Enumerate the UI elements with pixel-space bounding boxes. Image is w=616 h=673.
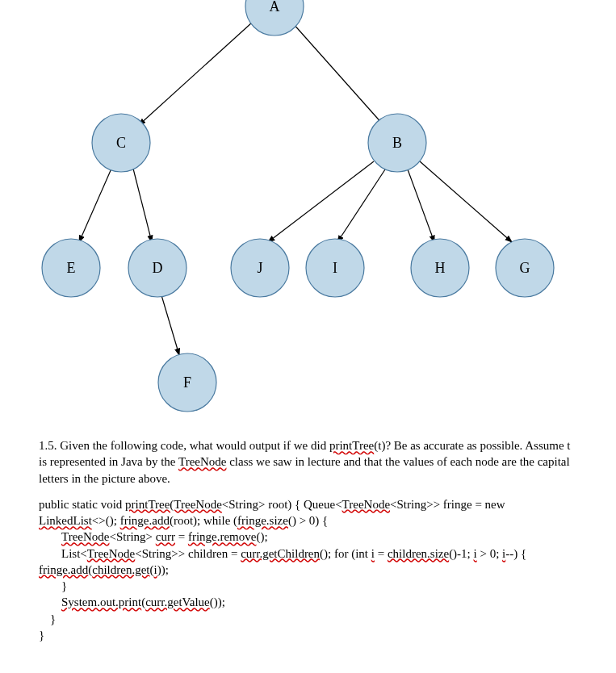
node-H: H [411,239,469,297]
question-1-5: 1.5. Given the following code, what woul… [39,437,577,487]
svg-line-5 [337,169,385,242]
svg-text:A: A [270,0,280,15]
svg-text:J: J [257,260,262,276]
svg-line-7 [420,161,512,242]
squiggle-printTree: printTree [329,439,374,452]
svg-text:B: B [392,135,402,151]
svg-line-8 [161,295,179,355]
svg-text:G: G [520,260,530,276]
node-G: G [496,239,554,297]
tree-diagram: A C B E D J I H G F [0,0,616,428]
svg-line-1 [292,23,383,125]
svg-line-2 [79,169,111,242]
svg-text:H: H [435,260,446,276]
node-J: J [231,239,289,297]
svg-text:E: E [67,260,76,276]
svg-text:I: I [333,260,337,276]
svg-text:F: F [183,374,191,391]
node-D: D [128,239,186,297]
svg-text:C: C [116,135,126,151]
svg-line-3 [133,169,152,242]
node-B: B [368,114,426,172]
svg-text:D: D [153,260,163,276]
squiggle-TreeNode: TreeNode [178,455,226,468]
node-F: F [158,353,216,412]
node-C: C [92,114,150,172]
svg-line-6 [408,169,434,242]
node-A: A [245,0,304,36]
code-block: public static void printTree(TreeNode<St… [39,496,577,643]
node-I: I [306,239,364,297]
svg-line-0 [139,23,252,125]
node-E: E [42,239,100,297]
svg-line-4 [268,161,374,242]
